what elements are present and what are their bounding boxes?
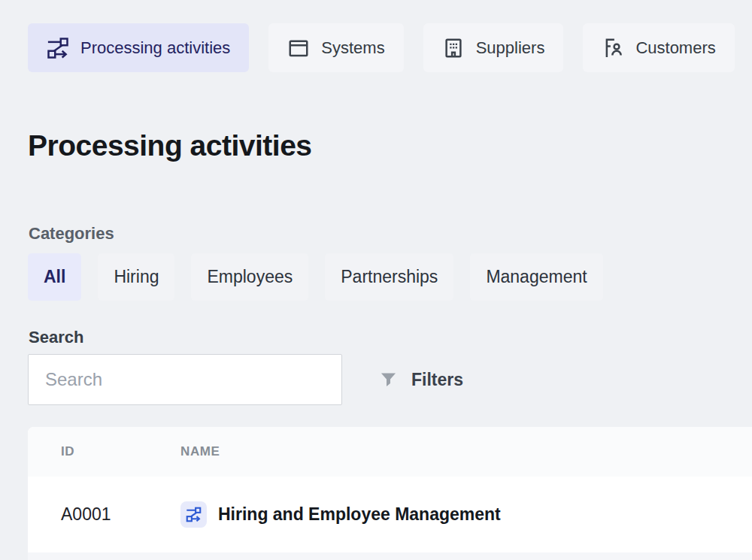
app-screen: Processing activities Systems: [0, 0, 752, 560]
customer-icon: [602, 37, 624, 59]
tab-label: Systems: [321, 38, 384, 58]
processing-activities-table: ID NAME A0001 Hiring and Employee Manage…: [28, 427, 752, 560]
table-header: ID NAME: [28, 427, 752, 477]
workflow-icon: [47, 37, 69, 59]
page-title: Processing activities: [28, 129, 312, 162]
search-input[interactable]: [28, 354, 342, 405]
tab-customers[interactable]: Customers: [583, 23, 734, 72]
category-pill-all[interactable]: All: [28, 253, 81, 301]
filters-button[interactable]: Filters: [378, 354, 463, 405]
entity-tabbar: Processing activities Systems: [28, 23, 735, 72]
building-icon: [442, 37, 465, 59]
tab-systems[interactable]: Systems: [268, 23, 403, 72]
category-pill-partnerships[interactable]: Partnerships: [325, 253, 453, 301]
tab-label: Customers: [635, 38, 715, 58]
tab-label: Processing activities: [80, 38, 230, 58]
row-name-cell: Hiring and Employee Management: [180, 501, 752, 528]
tab-label: Suppliers: [476, 38, 545, 58]
category-pill-hiring[interactable]: Hiring: [98, 253, 174, 301]
row-id: A0001: [28, 504, 180, 525]
category-pill-management[interactable]: Management: [470, 253, 602, 301]
column-header-name: NAME: [180, 444, 752, 459]
tab-processing-activities[interactable]: Processing activities: [28, 23, 249, 72]
tab-suppliers[interactable]: Suppliers: [423, 23, 564, 72]
row-name: Hiring and Employee Management: [218, 504, 501, 525]
search-label: Search: [29, 328, 83, 347]
table-row[interactable]: A0001 Hiring and Employee Management: [28, 477, 752, 552]
column-header-id: ID: [28, 444, 180, 459]
category-pill-employees[interactable]: Employees: [191, 253, 308, 301]
categories-label: Categories: [29, 224, 114, 244]
next-row-partial: [28, 552, 752, 560]
filters-label: Filters: [411, 370, 463, 390]
window-icon: [287, 37, 310, 59]
category-filter-group: All Hiring Employees Partnerships Manage…: [28, 253, 603, 301]
workflow-icon: [180, 501, 207, 528]
filter-funnel-icon: [378, 370, 399, 390]
